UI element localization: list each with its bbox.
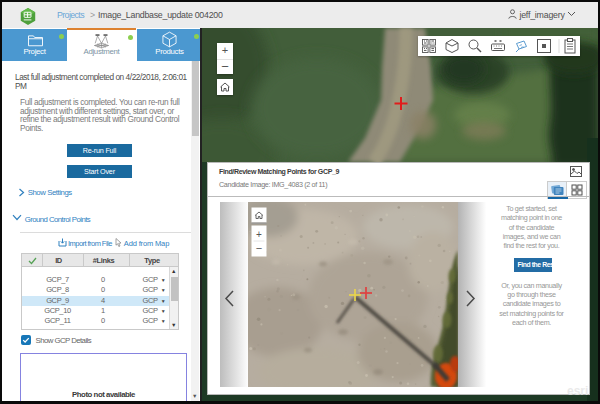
- svg-text:−: −: [256, 242, 262, 254]
- svg-text:+: +: [256, 229, 262, 240]
